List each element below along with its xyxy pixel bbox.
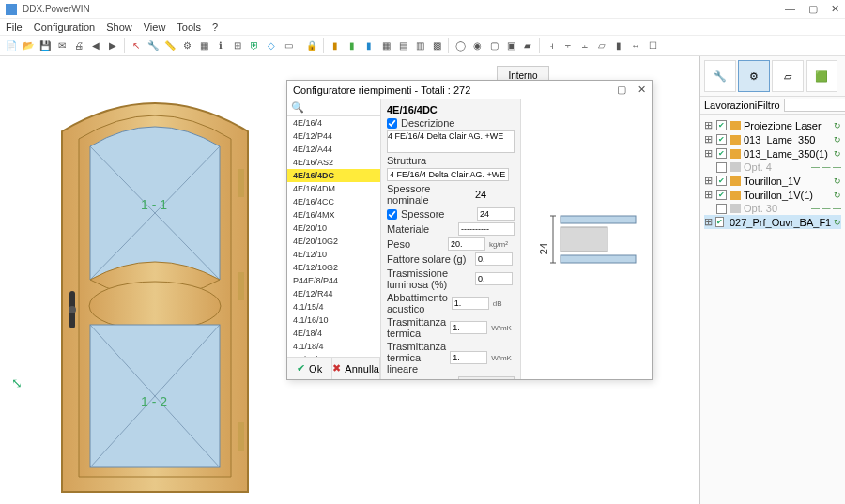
list-item[interactable]: 4.1/16/10 — [287, 313, 380, 327]
toolbar-grid3-icon[interactable]: ▥ — [412, 38, 427, 53]
toolbar-color2-icon[interactable]: ▮ — [345, 38, 360, 53]
maximize-icon[interactable]: ▢ — [808, 3, 818, 15]
toolbar-color3-icon[interactable]: ▮ — [361, 38, 376, 53]
toolbar-box-icon[interactable]: ☐ — [645, 38, 660, 53]
list-item[interactable]: 4E/16/4CC — [287, 195, 380, 208]
list-item[interactable]: 4E/16/4DM — [287, 182, 380, 195]
spessore-field[interactable] — [477, 207, 515, 221]
menu-tools[interactable]: Tools — [177, 22, 201, 33]
fillings-list[interactable]: 4E/16/44E/12/P444E/12/A444E/16/AS24E/16/… — [287, 116, 380, 357]
toolbar-muntin-icon[interactable]: ⊞ — [230, 38, 245, 53]
toolbar-save-icon[interactable]: 💾 — [38, 38, 53, 53]
toolbar-measure-icon[interactable]: 📏 — [162, 38, 177, 53]
toolbar-pointer-icon[interactable]: ↖ — [129, 38, 144, 53]
tool-panel-icon[interactable]: ▱ — [772, 60, 804, 92]
tool-block-icon[interactable]: 🟩 — [806, 60, 837, 92]
dialog-maximize-icon[interactable]: ▢ — [617, 84, 626, 96]
menu-view[interactable]: View — [144, 22, 166, 33]
list-item[interactable]: 4.1/18/4 — [287, 340, 380, 353]
toolbar-frame-icon[interactable]: ▭ — [281, 38, 296, 53]
materiale-field[interactable] — [458, 222, 515, 236]
toolbar-grid1-icon[interactable]: ▦ — [378, 38, 393, 53]
tree-item[interactable]: ⊞✔Tourillon_1V(1)↻ — [704, 188, 841, 202]
toolbar-layers-icon[interactable]: ▦ — [196, 38, 211, 53]
list-item[interactable]: 4E/12/10G2 — [287, 261, 380, 274]
spessore-check[interactable] — [387, 209, 397, 220]
toolbar-new-icon[interactable]: 📄 — [4, 38, 19, 53]
tree-item[interactable]: ⊞✔013_Lame_350↻ — [704, 132, 841, 146]
toolbar-wall-icon[interactable]: ▮ — [611, 38, 626, 53]
list-item[interactable]: 4E/12/A44 — [287, 143, 380, 156]
list-item[interactable]: 4E/12/R44 — [287, 287, 380, 300]
abbattimento-field[interactable] — [452, 297, 489, 310]
toolbar-info-icon[interactable]: ℹ — [213, 38, 228, 53]
fattore-solare-field[interactable] — [475, 252, 513, 266]
descrizione-check[interactable] — [387, 118, 397, 129]
menu-file[interactable]: File — [6, 22, 23, 33]
toolbar-color1-icon[interactable]: ▮ — [328, 38, 343, 53]
list-item[interactable]: 4E/12/P44 — [287, 130, 380, 143]
door-drawing[interactable]: 1 - 1 1 - 2 — [56, 84, 254, 497]
filtro-input[interactable] — [784, 99, 845, 112]
toolbar-shield-icon[interactable]: ⛨ — [247, 38, 262, 53]
list-item[interactable]: 4E/16/4DC — [287, 169, 380, 182]
toolbar-grid2-icon[interactable]: ▤ — [395, 38, 410, 53]
tree-item[interactable]: ⊞✔027_Prf_Ouvr_BA_F1↻ — [704, 215, 841, 229]
toolbar-circle1-icon[interactable]: ◯ — [453, 38, 468, 53]
toolbar-grid4-icon[interactable]: ▩ — [429, 38, 444, 53]
list-item[interactable]: 4E/16/AS2 — [287, 156, 380, 169]
menu-show[interactable]: Show — [106, 22, 132, 33]
toolbar-align2-icon[interactable]: ⫟ — [561, 38, 576, 53]
svg-rect-10 — [238, 422, 244, 451]
toolbar-circle2-icon[interactable]: ◉ — [469, 38, 484, 53]
toolbar-align1-icon[interactable]: ⫞ — [544, 38, 559, 53]
tool-drill-icon[interactable]: ⚙ — [738, 60, 770, 92]
toolbar-print-icon[interactable]: 🖨 — [71, 38, 86, 53]
toolbar-align3-icon[interactable]: ⫠ — [577, 38, 592, 53]
canalina-field[interactable] — [458, 376, 515, 379]
toolbar-dim-icon[interactable]: ↔ — [628, 38, 643, 53]
peso-field[interactable] — [448, 237, 485, 251]
list-item[interactable]: 4E/16/4MX — [287, 208, 380, 221]
toolbar-glass-icon[interactable]: ◇ — [264, 38, 279, 53]
toolbar-open-icon[interactable]: 📂 — [21, 38, 36, 53]
lavorazioni-tree[interactable]: ⊞✔Proiezione Laser↻⊞✔013_Lame_350↻⊞✔013_… — [700, 115, 845, 233]
tree-item[interactable]: ⊞✔Proiezione Laser↻ — [704, 118, 841, 132]
minimize-icon[interactable]: — — [785, 3, 795, 15]
toolbar-plane-icon[interactable]: ▱ — [594, 38, 609, 53]
toolbar-next-icon[interactable]: ▶ — [105, 38, 120, 53]
annulla-button[interactable]: ✖Annulla — [332, 358, 380, 379]
trasmissione-field[interactable] — [475, 272, 513, 285]
ok-button[interactable]: ✔Ok — [287, 358, 332, 379]
close-icon[interactable]: ✕ — [831, 3, 839, 15]
list-item[interactable]: 4E/20/10 — [287, 221, 380, 235]
list-item[interactable]: P44E/8/P44 — [287, 274, 380, 287]
toolbar-square-icon[interactable]: ▢ — [486, 38, 501, 53]
list-item[interactable]: 4E/12/10 — [287, 248, 380, 261]
toolbar-cube-icon[interactable]: ▣ — [503, 38, 518, 53]
tree-item[interactable]: Opt. 30— — — — [704, 202, 841, 215]
toolbar-mail-icon[interactable]: ✉ — [54, 38, 69, 53]
list-item[interactable]: 4E/18/4 — [287, 327, 380, 340]
dialog-close-icon[interactable]: ✕ — [638, 84, 646, 96]
tree-item[interactable]: ⊞✔013_Lame_350(1)↻ — [704, 146, 841, 160]
tree-item[interactable]: Opt. 4— — — — [704, 160, 841, 174]
list-item[interactable]: 4.1/15/4 — [287, 300, 380, 313]
menu-configuration[interactable]: Configuration — [34, 22, 95, 33]
menu-help[interactable]: ? — [212, 22, 218, 33]
toolbar-solid-icon[interactable]: ▰ — [520, 38, 535, 53]
app-title: DDX.PowerWIN — [23, 4, 90, 14]
toolbar-wrench-icon[interactable]: 🔧 — [146, 38, 161, 53]
toolbar-config-icon[interactable]: ⚙ — [179, 38, 194, 53]
tree-item[interactable]: ⊞✔Tourillon_1V↻ — [704, 174, 841, 188]
trasmittanza-lineare-field[interactable] — [450, 351, 487, 364]
struttura-field[interactable] — [387, 168, 509, 181]
trasmittanza-field[interactable] — [450, 321, 487, 334]
descrizione-field[interactable] — [387, 130, 515, 153]
list-search-icon[interactable]: 🔍 — [291, 101, 304, 114]
toolbar-lock-icon[interactable]: 🔒 — [304, 38, 319, 53]
list-item[interactable]: 4E/20/10G2 — [287, 235, 380, 248]
list-item[interactable]: 4E/16/4 — [287, 116, 380, 130]
toolbar-prev-icon[interactable]: ◀ — [88, 38, 103, 53]
tool-clamp-icon[interactable]: 🔧 — [704, 60, 736, 92]
